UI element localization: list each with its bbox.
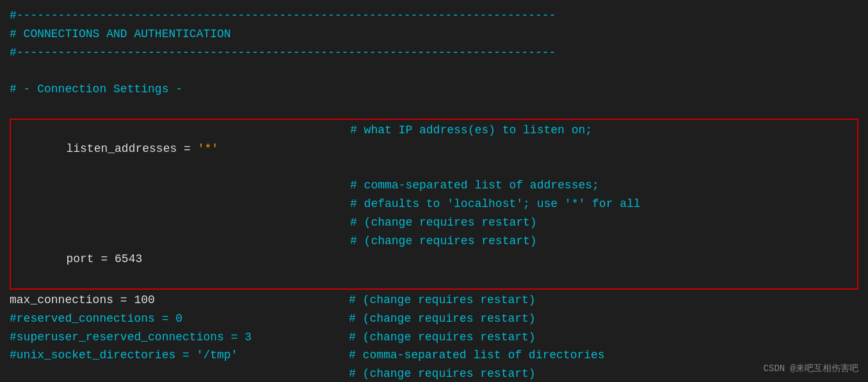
max-connections-left: max_connections = 100	[10, 291, 349, 310]
listen-addresses-comment: # what IP address(es) to listen on;	[350, 121, 592, 176]
superuser-reserved-key: #superuser_reserved_connections = 3	[10, 331, 252, 344]
superuser-reserved-left: #superuser_reserved_connections = 3	[10, 328, 349, 347]
comma-separated-comment: # comma-separated list of addresses;	[350, 176, 599, 195]
listen-addresses-key: listen_addresses	[66, 142, 177, 155]
unix-socket-dir-left: #unix_socket_directories = '/tmp'	[10, 346, 349, 365]
listen-addresses-line: listen_addresses = '*' # what IP address…	[11, 121, 857, 176]
port-left: port = 6543	[11, 232, 350, 287]
unix-socket-dir-restart-left	[10, 365, 349, 382]
listen-addresses-left: listen_addresses = '*'	[11, 121, 350, 176]
section-header: # CONNECTIONS AND AUTHENTICATION	[10, 25, 858, 44]
reserved-connections-left: #reserved_connections = 0	[10, 310, 349, 328]
restart-line-1: # (change requires restart)	[11, 213, 857, 232]
unix-socket-dir-restart-comment: # (change requires restart)	[349, 365, 536, 382]
reserved-connections-key: #reserved_connections = 0	[10, 312, 182, 325]
watermark: CSDN @来吧互相伤害吧	[764, 361, 858, 376]
restart-1-left	[11, 213, 350, 232]
max-connections-line: max_connections = 100 # (change requires…	[10, 291, 858, 310]
unix-socket-dir-key: #unix_socket_directories = '/tmp'	[10, 349, 237, 361]
port-equals: =	[94, 253, 115, 265]
reserved-connections-comment: # (change requires restart)	[349, 310, 536, 328]
main-container: #---------------------------------------…	[0, 0, 868, 382]
equals-op: =	[177, 142, 197, 155]
connection-settings-header: # - Connection Settings -	[10, 80, 858, 99]
port-val: 6543	[115, 253, 142, 265]
port-key: port	[66, 253, 93, 265]
unix-socket-dir-restart-line: # (change requires restart)	[10, 365, 858, 382]
max-connections-key: max_connections = 100	[10, 294, 155, 306]
reserved-connections-line: #reserved_connections = 0 # (change requ…	[10, 310, 858, 328]
separator-top: #---------------------------------------…	[10, 6, 858, 25]
restart-1-comment: # (change requires restart)	[350, 213, 537, 232]
superuser-reserved-line: #superuser_reserved_connections = 3 # (c…	[10, 328, 858, 347]
highlighted-block: listen_addresses = '*' # what IP address…	[10, 119, 858, 290]
blank-line-2	[10, 99, 858, 117]
port-comment: # (change requires restart)	[350, 232, 537, 287]
port-line: port = 6543 # (change requires restart)	[11, 232, 857, 287]
comma-separated-left	[11, 176, 350, 195]
separator-bottom: #---------------------------------------…	[10, 44, 858, 62]
unix-socket-dir-comment: # comma-separated list of directories	[349, 346, 605, 365]
blank-line-1	[10, 62, 858, 80]
max-connections-comment: # (change requires restart)	[349, 291, 536, 310]
listen-addresses-val: '*'	[198, 142, 218, 155]
defaults-comment: # defaults to 'localhost'; use '*' for a…	[350, 195, 641, 213]
defaults-line: # defaults to 'localhost'; use '*' for a…	[11, 195, 857, 213]
comma-separated-line: # comma-separated list of addresses;	[11, 176, 857, 195]
defaults-left	[11, 195, 350, 213]
unix-socket-dir-line: #unix_socket_directories = '/tmp' # comm…	[10, 346, 858, 365]
superuser-reserved-comment: # (change requires restart)	[349, 328, 536, 347]
